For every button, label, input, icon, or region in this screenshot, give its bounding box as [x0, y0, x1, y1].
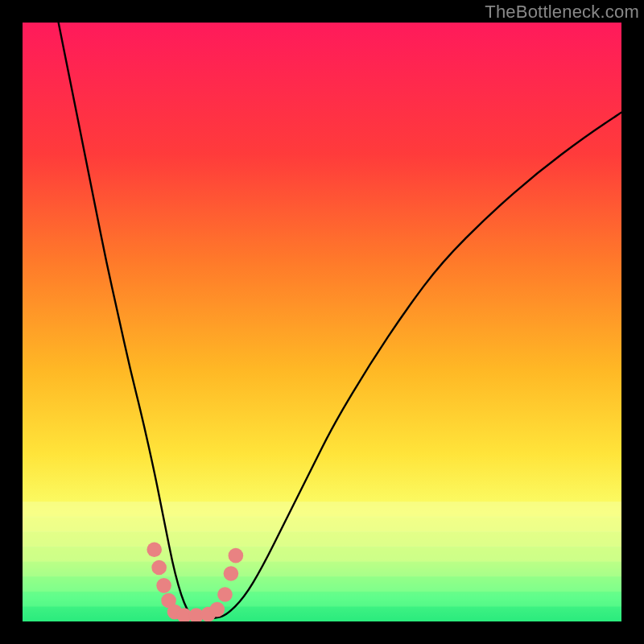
svg-rect-2	[23, 531, 621, 547]
svg-rect-4	[23, 562, 621, 577]
svg-rect-0	[23, 502, 621, 517]
svg-rect-1	[23, 517, 621, 532]
marker-dot	[151, 560, 167, 576]
watermark-text: TheBottleneck.com	[485, 2, 639, 23]
bottleneck-chart	[23, 23, 621, 621]
plot-area	[23, 23, 621, 621]
marker-dot	[217, 587, 233, 602]
svg-rect-5	[23, 576, 621, 592]
svg-rect-6	[23, 592, 621, 607]
svg-rect-3	[23, 547, 621, 562]
marker-dot	[210, 602, 225, 617]
marker-dot	[147, 542, 162, 557]
svg-rect-7	[23, 606, 621, 621]
marker-dot	[229, 548, 244, 564]
bottom-band-group	[23, 502, 621, 621]
chart-frame: TheBottleneck.com	[0, 0, 644, 644]
marker-dot	[156, 578, 171, 593]
marker-dot	[224, 566, 239, 581]
